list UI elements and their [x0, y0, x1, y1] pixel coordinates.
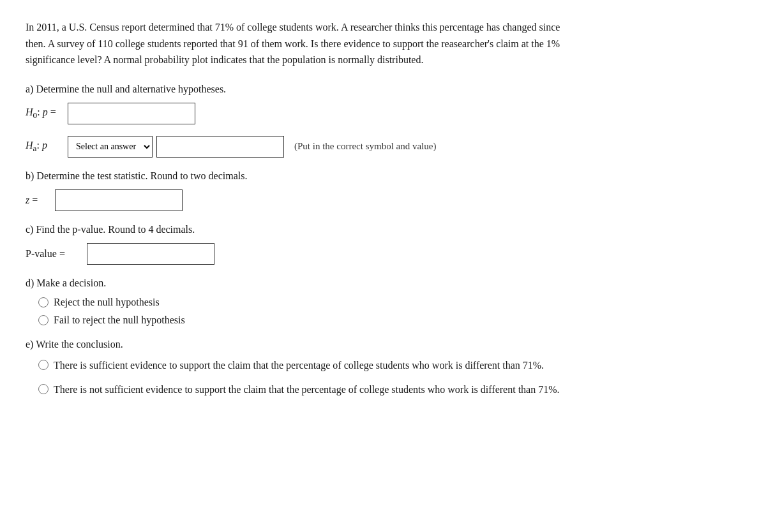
- reject-option[interactable]: Reject the null hypothesis: [38, 297, 740, 308]
- conclusion-sufficient-radio[interactable]: [38, 360, 49, 370]
- pvalue-label: P-value =: [26, 248, 83, 260]
- pvalue-row: P-value =: [26, 243, 740, 265]
- conclusion-sufficient-label: There is sufficient evidence to support …: [54, 358, 544, 373]
- part-e-section: e) Write the conclusion. There is suffic…: [26, 339, 740, 397]
- conclusion-sufficient-option[interactable]: There is sufficient evidence to support …: [38, 358, 562, 373]
- pvalue-input[interactable]: [87, 243, 214, 265]
- problem-statement: In 2011, a U.S. Census report determined…: [26, 19, 740, 68]
- ha-label: Ha: p: [26, 140, 64, 154]
- h0-row: H0: p =: [26, 103, 740, 124]
- conclusion-not-sufficient-option[interactable]: There is not sufficient evidence to supp…: [38, 382, 562, 397]
- intro-text: In 2011, a U.S. Census report determined…: [26, 19, 568, 68]
- part-d-label: d) Make a decision.: [26, 277, 740, 289]
- conclusion-radio-group: There is sufficient evidence to support …: [38, 358, 740, 397]
- z-row: z =: [26, 189, 740, 211]
- decision-radio-group: Reject the null hypothesis Fail to rejec…: [38, 297, 740, 326]
- h0-input[interactable]: [68, 103, 195, 124]
- part-a-section: a) Determine the null and alternative hy…: [26, 84, 740, 158]
- conclusion-not-sufficient-radio[interactable]: [38, 384, 49, 394]
- part-a-label: a) Determine the null and alternative hy…: [26, 84, 740, 95]
- reject-label: Reject the null hypothesis: [54, 297, 160, 308]
- ha-symbol-dropdown[interactable]: Select an answer < > ≠ =: [68, 136, 153, 158]
- fail-to-reject-radio[interactable]: [38, 315, 49, 325]
- ha-value-input[interactable]: [156, 136, 284, 158]
- part-b-label: b) Determine the test statistic. Round t…: [26, 170, 740, 182]
- reject-radio[interactable]: [38, 297, 49, 307]
- part-c-label: c) Find the p-value. Round to 4 decimals…: [26, 224, 740, 235]
- part-c-section: c) Find the p-value. Round to 4 decimals…: [26, 224, 740, 265]
- ha-row: Ha: p Select an answer < > ≠ = (Put in t…: [26, 136, 740, 158]
- part-b-section: b) Determine the test statistic. Round t…: [26, 170, 740, 211]
- z-label: z =: [26, 195, 51, 206]
- conclusion-not-sufficient-label: There is not sufficient evidence to supp…: [54, 382, 560, 397]
- part-e-label: e) Write the conclusion.: [26, 339, 740, 350]
- symbol-hint: (Put in the correct symbol and value): [294, 141, 436, 152]
- h0-label: H0: p =: [26, 107, 64, 121]
- fail-to-reject-label: Fail to reject the null hypothesis: [54, 314, 185, 326]
- fail-to-reject-option[interactable]: Fail to reject the null hypothesis: [38, 314, 740, 326]
- z-input[interactable]: [55, 189, 183, 211]
- part-d-section: d) Make a decision. Reject the null hypo…: [26, 277, 740, 326]
